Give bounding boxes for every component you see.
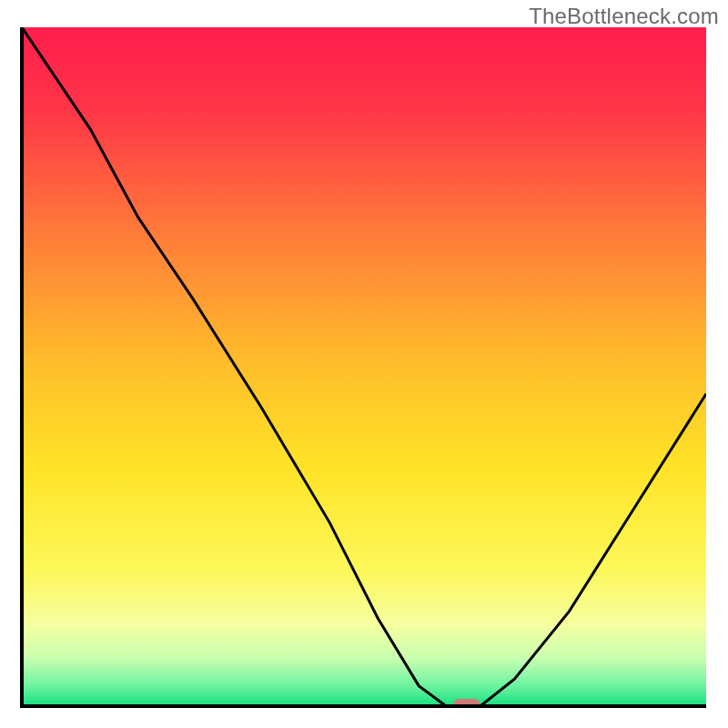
chart-container: TheBottleneck.com — [0, 0, 728, 728]
bottleneck-chart — [0, 0, 728, 728]
watermark-text: TheBottleneck.com — [529, 4, 719, 29]
gradient-background — [22, 27, 706, 706]
